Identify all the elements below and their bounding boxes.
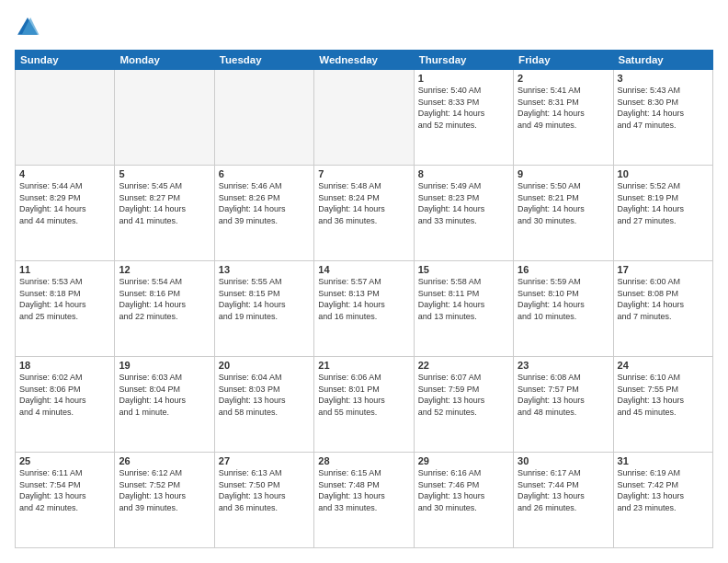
table-row: 20Sunrise: 6:04 AM Sunset: 8:03 PM Dayli… (214, 357, 313, 453)
cell-content: Sunrise: 5:58 AM Sunset: 8:11 PM Dayligh… (418, 276, 509, 322)
table-row: 17Sunrise: 6:00 AM Sunset: 8:08 PM Dayli… (613, 261, 712, 357)
day-number: 1 (418, 73, 509, 84)
col-wednesday: Wednesday (314, 51, 414, 70)
table-row: 25Sunrise: 6:11 AM Sunset: 7:54 PM Dayli… (16, 453, 115, 548)
table-row: 4Sunrise: 5:44 AM Sunset: 8:29 PM Daylig… (16, 166, 115, 261)
day-number: 8 (418, 168, 509, 179)
cell-content: Sunrise: 5:59 AM Sunset: 8:10 PM Dayligh… (518, 276, 609, 322)
cell-content: Sunrise: 5:45 AM Sunset: 8:27 PM Dayligh… (119, 180, 210, 226)
day-number: 23 (518, 360, 609, 371)
table-row: 7Sunrise: 5:48 AM Sunset: 8:24 PM Daylig… (314, 166, 414, 261)
calendar-week-row: 18Sunrise: 6:02 AM Sunset: 8:06 PM Dayli… (16, 357, 713, 453)
day-number: 11 (19, 264, 110, 275)
table-row (115, 70, 214, 166)
cell-content: Sunrise: 6:11 AM Sunset: 7:54 PM Dayligh… (19, 467, 110, 513)
day-number: 26 (119, 455, 210, 466)
day-number: 16 (518, 264, 609, 275)
table-row: 16Sunrise: 5:59 AM Sunset: 8:10 PM Dayli… (514, 261, 613, 357)
header (15, 15, 713, 40)
day-number: 6 (219, 168, 310, 179)
cell-content: Sunrise: 6:15 AM Sunset: 7:48 PM Dayligh… (318, 467, 409, 513)
day-number: 22 (418, 360, 509, 371)
table-row: 26Sunrise: 6:12 AM Sunset: 7:52 PM Dayli… (115, 453, 214, 548)
table-row: 9Sunrise: 5:50 AM Sunset: 8:21 PM Daylig… (514, 166, 613, 261)
day-number: 27 (219, 455, 310, 466)
table-row: 21Sunrise: 6:06 AM Sunset: 8:01 PM Dayli… (314, 357, 414, 453)
cell-content: Sunrise: 5:50 AM Sunset: 8:21 PM Dayligh… (518, 180, 609, 226)
day-number: 3 (618, 73, 709, 84)
table-row: 19Sunrise: 6:03 AM Sunset: 8:04 PM Dayli… (115, 357, 214, 453)
cell-content: Sunrise: 6:10 AM Sunset: 7:55 PM Dayligh… (618, 372, 709, 418)
table-row: 11Sunrise: 5:53 AM Sunset: 8:18 PM Dayli… (16, 261, 115, 357)
table-row: 27Sunrise: 6:13 AM Sunset: 7:50 PM Dayli… (214, 453, 313, 548)
cell-content: Sunrise: 6:08 AM Sunset: 7:57 PM Dayligh… (518, 372, 609, 418)
cell-content: Sunrise: 5:55 AM Sunset: 8:15 PM Dayligh… (219, 276, 310, 322)
table-row: 8Sunrise: 5:49 AM Sunset: 8:23 PM Daylig… (414, 166, 513, 261)
calendar-week-row: 1Sunrise: 5:40 AM Sunset: 8:33 PM Daylig… (16, 70, 713, 166)
table-row (214, 70, 313, 166)
day-number: 30 (518, 455, 609, 466)
table-row (314, 70, 414, 166)
table-row: 31Sunrise: 6:19 AM Sunset: 7:42 PM Dayli… (613, 453, 712, 548)
col-saturday: Saturday (613, 51, 712, 70)
cell-content: Sunrise: 6:19 AM Sunset: 7:42 PM Dayligh… (618, 467, 709, 513)
table-row: 18Sunrise: 6:02 AM Sunset: 8:06 PM Dayli… (16, 357, 115, 453)
table-row: 6Sunrise: 5:46 AM Sunset: 8:26 PM Daylig… (214, 166, 313, 261)
cell-content: Sunrise: 5:52 AM Sunset: 8:19 PM Dayligh… (618, 180, 709, 226)
table-row: 15Sunrise: 5:58 AM Sunset: 8:11 PM Dayli… (414, 261, 513, 357)
cell-content: Sunrise: 6:00 AM Sunset: 8:08 PM Dayligh… (618, 276, 709, 322)
cell-content: Sunrise: 6:07 AM Sunset: 7:59 PM Dayligh… (418, 372, 509, 418)
cell-content: Sunrise: 5:49 AM Sunset: 8:23 PM Dayligh… (418, 180, 509, 226)
col-thursday: Thursday (414, 51, 513, 70)
cell-content: Sunrise: 6:04 AM Sunset: 8:03 PM Dayligh… (219, 372, 310, 418)
day-number: 24 (618, 360, 709, 371)
table-row: 2Sunrise: 5:41 AM Sunset: 8:31 PM Daylig… (514, 70, 613, 166)
page: Sunday Monday Tuesday Wednesday Thursday… (0, 0, 728, 563)
day-number: 7 (318, 168, 409, 179)
logo-icon (15, 15, 40, 40)
day-number: 2 (518, 73, 609, 84)
table-row: 22Sunrise: 6:07 AM Sunset: 7:59 PM Dayli… (414, 357, 513, 453)
day-number: 25 (19, 455, 110, 466)
day-number: 15 (418, 264, 509, 275)
cell-content: Sunrise: 5:40 AM Sunset: 8:33 PM Dayligh… (418, 85, 509, 131)
logo (15, 15, 44, 40)
day-number: 21 (318, 360, 409, 371)
table-row: 14Sunrise: 5:57 AM Sunset: 8:13 PM Dayli… (314, 261, 414, 357)
cell-content: Sunrise: 5:41 AM Sunset: 8:31 PM Dayligh… (518, 85, 609, 131)
day-number: 13 (219, 264, 310, 275)
calendar-week-row: 4Sunrise: 5:44 AM Sunset: 8:29 PM Daylig… (16, 166, 713, 261)
cell-content: Sunrise: 6:16 AM Sunset: 7:46 PM Dayligh… (418, 467, 509, 513)
cell-content: Sunrise: 6:03 AM Sunset: 8:04 PM Dayligh… (119, 372, 210, 418)
day-number: 17 (618, 264, 709, 275)
cell-content: Sunrise: 5:53 AM Sunset: 8:18 PM Dayligh… (19, 276, 110, 322)
col-friday: Friday (514, 51, 613, 70)
calendar: Sunday Monday Tuesday Wednesday Thursday… (15, 50, 713, 548)
day-number: 19 (119, 360, 210, 371)
table-row: 10Sunrise: 5:52 AM Sunset: 8:19 PM Dayli… (613, 166, 712, 261)
table-row: 29Sunrise: 6:16 AM Sunset: 7:46 PM Dayli… (414, 453, 513, 548)
cell-content: Sunrise: 5:54 AM Sunset: 8:16 PM Dayligh… (119, 276, 210, 322)
table-row: 12Sunrise: 5:54 AM Sunset: 8:16 PM Dayli… (115, 261, 214, 357)
day-number: 31 (618, 455, 709, 466)
cell-content: Sunrise: 6:06 AM Sunset: 8:01 PM Dayligh… (318, 372, 409, 418)
day-number: 28 (318, 455, 409, 466)
table-row (16, 70, 115, 166)
day-number: 10 (618, 168, 709, 179)
day-number: 18 (19, 360, 110, 371)
day-number: 4 (19, 168, 110, 179)
table-row: 5Sunrise: 5:45 AM Sunset: 8:27 PM Daylig… (115, 166, 214, 261)
table-row: 3Sunrise: 5:43 AM Sunset: 8:30 PM Daylig… (613, 70, 712, 166)
cell-content: Sunrise: 5:44 AM Sunset: 8:29 PM Dayligh… (19, 180, 110, 226)
cell-content: Sunrise: 6:12 AM Sunset: 7:52 PM Dayligh… (119, 467, 210, 513)
table-row: 28Sunrise: 6:15 AM Sunset: 7:48 PM Dayli… (314, 453, 414, 548)
calendar-header-row: Sunday Monday Tuesday Wednesday Thursday… (16, 51, 713, 70)
col-tuesday: Tuesday (214, 51, 313, 70)
day-number: 9 (518, 168, 609, 179)
day-number: 20 (219, 360, 310, 371)
col-monday: Monday (115, 51, 214, 70)
table-row: 30Sunrise: 6:17 AM Sunset: 7:44 PM Dayli… (514, 453, 613, 548)
cell-content: Sunrise: 5:48 AM Sunset: 8:24 PM Dayligh… (318, 180, 409, 226)
cell-content: Sunrise: 5:57 AM Sunset: 8:13 PM Dayligh… (318, 276, 409, 322)
day-number: 5 (119, 168, 210, 179)
